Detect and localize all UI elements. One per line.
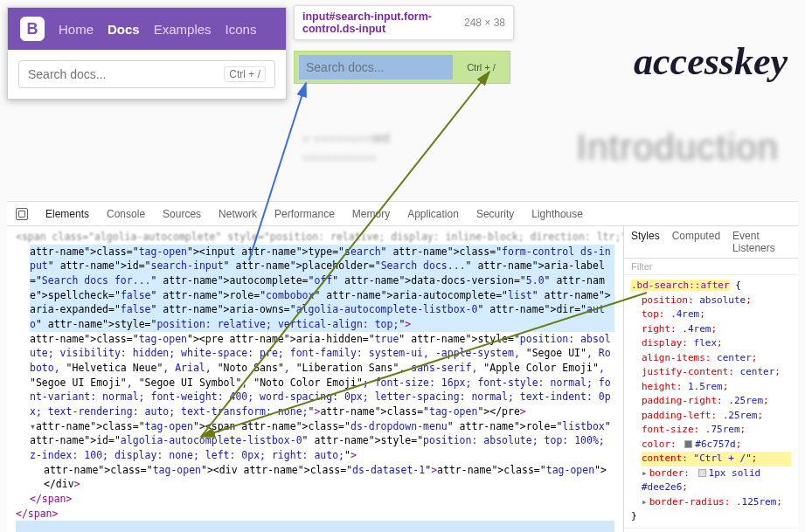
styles-panel: Styles Computed Event Listeners Filter .… — [623, 226, 798, 532]
inspect-dimensions: 248 × 38 — [464, 17, 505, 29]
introduction-heading-blur: Introduction — [577, 127, 779, 169]
search-wrap: Ctrl + / — [18, 60, 275, 88]
elements-tree[interactable]: <span class="algolia-autocomplete" style… — [7, 226, 623, 532]
inspect-tooltip: input#search-input.form-control.ds-input… — [294, 5, 514, 40]
tab-console[interactable]: Console — [107, 208, 145, 220]
tree-close-span2[interactable]: </span> — [16, 507, 614, 522]
tree-pre-node[interactable]: attr-name">class="tag-open"><pre attr-na… — [30, 332, 614, 419]
event-listeners-tab[interactable]: Event Listeners — [732, 230, 791, 254]
accesskey-title: accesskey — [634, 39, 788, 84]
tree-div-dataset[interactable]: attr-name">class="tag-open"><div attr-na… — [44, 463, 614, 492]
styles-tab[interactable]: Styles — [631, 230, 660, 254]
styles-rule-1[interactable]: .bd-search::after {position: absolute;to… — [624, 275, 798, 529]
tree-span-node[interactable]: ▾attr-name">class="tag-open"><span attr-… — [30, 419, 614, 463]
tab-network[interactable]: Network — [219, 208, 257, 220]
inspect-input-overlay: Search docs... — [299, 55, 453, 79]
devtools-tabs: Elements Console Sources Network Perform… — [7, 202, 798, 226]
computed-tab[interactable]: Computed — [672, 230, 720, 254]
tab-memory[interactable]: Memory — [352, 208, 390, 220]
tree-close-span1[interactable]: </span> — [30, 492, 614, 507]
styles-filter[interactable]: Filter — [624, 259, 798, 275]
tab-sources[interactable]: Sources — [163, 208, 201, 220]
tab-lighthouse[interactable]: Lighthouse — [531, 208, 583, 220]
bootstrap-logo[interactable]: B — [20, 17, 45, 41]
search-kbd-hint: Ctrl + / — [224, 66, 266, 82]
nav-link-docs[interactable]: Docs — [108, 22, 140, 37]
blur-line-2: ○○○○○○○○○○ — [302, 150, 377, 164]
tree-input-node[interactable]: attr-name">class="tag-open"><input attr-… — [30, 245, 614, 332]
inspect-after-overlay: Ctrl + / — [457, 55, 505, 79]
search-input[interactable] — [28, 67, 224, 81]
nav-link-examples[interactable]: Examples — [154, 22, 212, 37]
devtools-panel: Elements Console Sources Network Perform… — [7, 201, 798, 532]
inspect-selector: input#search-input.form-control.ds-input — [302, 10, 438, 35]
blur-line-1: ○ ○○○○○○○○ted — [302, 131, 389, 145]
styles-rule-2[interactable]: *, ::after, ::before {box-sizing: border… — [624, 529, 798, 533]
tab-performance[interactable]: Performance — [274, 208, 335, 220]
tab-elements[interactable]: Elements — [45, 208, 89, 220]
navbar-snippet: B Home Docs Examples Icons Ctrl + / — [7, 7, 287, 100]
inspect-highlight: Search docs... Ctrl + / — [294, 51, 510, 84]
inspect-element-icon[interactable] — [16, 208, 28, 220]
tree-after-pseudo[interactable]: ::after == $0 — [16, 521, 614, 532]
nav-link-home[interactable]: Home — [59, 22, 94, 37]
tree-blurred-top: <span class="algolia-autocomplete" style… — [16, 230, 614, 245]
tab-application[interactable]: Application — [407, 208, 459, 220]
nav-link-icons[interactable]: Icons — [226, 22, 257, 37]
tab-security[interactable]: Security — [476, 208, 514, 220]
